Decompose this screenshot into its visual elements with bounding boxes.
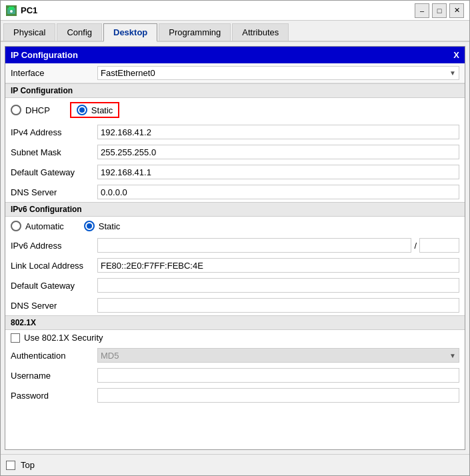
dns-server-ipv6-row: DNS Server: [5, 295, 465, 315]
dot1x-checkbox-label: Use 802.1X Security: [24, 333, 103, 343]
authentication-row: Authentication MD5 ▼: [5, 345, 465, 365]
password-input[interactable]: [97, 388, 459, 403]
ipv6-radio-group: Automatic Static: [5, 217, 465, 235]
panel-close-button[interactable]: X: [453, 50, 459, 60]
default-gateway-ipv4-label: Default Gateway: [11, 167, 97, 177]
ip-config-panel: IP Configuration X Interface FastEtherne…: [5, 46, 465, 450]
ipv4-address-row: IPv4 Address: [5, 122, 465, 142]
password-label: Password: [11, 391, 97, 401]
ipv6-automatic-radio-circle: [11, 221, 21, 231]
password-row: Password: [5, 385, 465, 405]
auth-label: Authentication: [11, 351, 97, 361]
panel-header: IP Configuration X: [5, 47, 465, 63]
link-local-input[interactable]: [97, 258, 459, 273]
tab-physical[interactable]: Physical: [3, 23, 55, 41]
link-local-address-row: Link Local Address: [5, 255, 465, 275]
subnet-mask-label: Subnet Mask: [11, 147, 97, 157]
title-bar: PC1 – □ ✕: [1, 1, 469, 21]
default-gateway-ipv6-input[interactable]: [97, 278, 459, 293]
ipv6-address-row: IPv6 Address /: [5, 235, 465, 255]
dot1x-checkbox[interactable]: [11, 333, 20, 343]
ipv6-automatic-label: Automatic: [25, 221, 64, 231]
dns-server-ipv6-input[interactable]: [97, 298, 459, 313]
static-radio-box[interactable]: Static: [70, 102, 120, 118]
username-label: Username: [11, 371, 97, 381]
panel-title: IP Configuration: [11, 50, 78, 60]
top-checkbox[interactable]: [6, 461, 15, 470]
interface-label: Interface: [11, 68, 97, 78]
interface-value: FastEthernet0: [101, 68, 155, 78]
interface-dropdown-arrow: ▼: [449, 69, 456, 77]
dhcp-radio-circle: [11, 105, 21, 115]
desktop-content: IP Configuration X Interface FastEtherne…: [1, 42, 469, 454]
close-button[interactable]: ✕: [449, 3, 464, 18]
ipv6-static-label: Static: [99, 221, 121, 231]
panel-body: Interface FastEthernet0 ▼ IP Configurati…: [5, 63, 465, 449]
ipv6-slash: /: [411, 241, 419, 251]
window-title: PC1: [21, 5, 415, 15]
tab-bar: Physical Config Desktop Programming Attr…: [1, 21, 469, 42]
auth-value: MD5: [101, 351, 119, 361]
window-controls: – □ ✕: [415, 3, 464, 18]
default-gateway-ipv6-label: Default Gateway: [11, 281, 97, 291]
ipv4-address-label: IPv4 Address: [11, 127, 97, 137]
svg-point-2: [10, 10, 13, 13]
ipv4-address-input[interactable]: [97, 125, 459, 139]
tab-programming[interactable]: Programming: [159, 23, 231, 41]
dhcp-label: DHCP: [25, 105, 50, 115]
ipv6-prefix-input[interactable]: [419, 238, 459, 253]
default-gateway-ipv6-row: Default Gateway: [5, 275, 465, 295]
dns-server-ipv4-input[interactable]: [97, 185, 459, 199]
minimize-button[interactable]: –: [415, 3, 429, 18]
static-label: Static: [91, 105, 113, 115]
dhcp-radio[interactable]: DHCP: [11, 105, 50, 115]
tab-config[interactable]: Config: [57, 23, 102, 41]
ip-radio-group: DHCP Static: [5, 98, 465, 122]
ipv6-address-input[interactable]: [97, 238, 411, 253]
interface-row: Interface FastEthernet0 ▼: [5, 63, 465, 83]
bottom-bar: Top: [1, 454, 469, 475]
tab-attributes[interactable]: Attributes: [232, 23, 289, 41]
tab-desktop[interactable]: Desktop: [103, 23, 157, 42]
default-gateway-ipv4-row: Default Gateway: [5, 162, 465, 182]
dns-server-ipv4-label: DNS Server: [11, 187, 97, 197]
ipv6-static-radio[interactable]: Static: [84, 221, 121, 231]
svg-rect-1: [9, 7, 14, 10]
static-radio-circle: [77, 105, 87, 115]
top-label: Top: [21, 460, 35, 470]
default-gateway-ipv4-input[interactable]: [97, 165, 459, 179]
ipv6-address-label: IPv6 Address: [11, 241, 97, 251]
subnet-mask-input[interactable]: [97, 145, 459, 159]
ipv6-static-radio-circle: [84, 221, 95, 231]
main-window: PC1 – □ ✕ Physical Config Desktop Progra…: [0, 0, 470, 476]
ipv6-config-section-header: IPv6 Configuration: [5, 202, 465, 217]
link-local-label: Link Local Address: [11, 261, 97, 271]
username-input[interactable]: [97, 368, 459, 383]
auth-select[interactable]: MD5 ▼: [97, 348, 459, 363]
auth-dropdown-arrow: ▼: [449, 352, 456, 359]
dot1x-section-header: 802.1X: [5, 315, 465, 330]
dns-server-ipv6-label: DNS Server: [11, 301, 97, 311]
interface-select[interactable]: FastEthernet0 ▼: [97, 66, 459, 80]
ipv6-automatic-radio[interactable]: Automatic: [11, 221, 64, 231]
dot1x-checkbox-row: Use 802.1X Security: [5, 330, 465, 345]
subnet-mask-row: Subnet Mask: [5, 142, 465, 162]
dns-server-ipv4-row: DNS Server: [5, 182, 465, 202]
maximize-button[interactable]: □: [432, 3, 447, 18]
username-row: Username: [5, 365, 465, 385]
ip-config-section-header: IP Configuration: [5, 83, 465, 98]
window-icon: [6, 5, 17, 16]
